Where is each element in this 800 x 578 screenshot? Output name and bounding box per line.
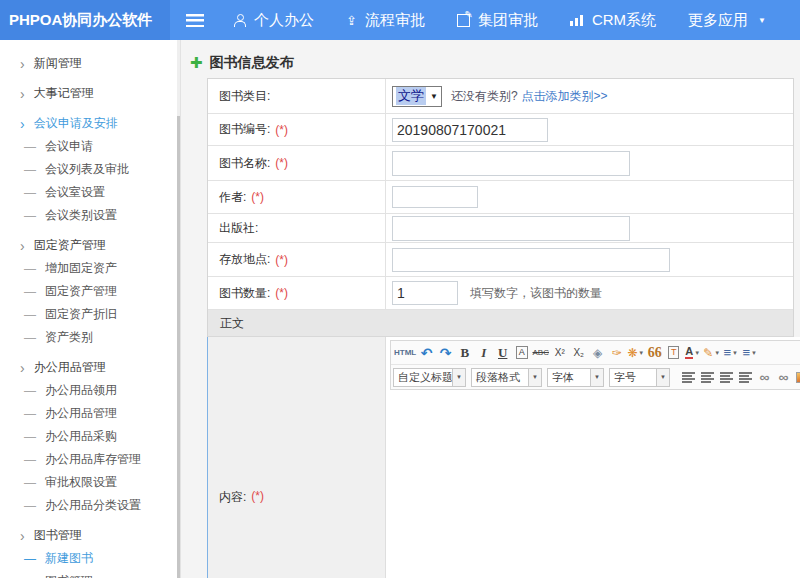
sidebar-item[interactable]: › — 新闻管理	[0, 52, 180, 75]
strikethrough-icon[interactable]: ABC ▼	[532, 344, 549, 362]
field-label: 出版社:	[208, 214, 386, 242]
toolbar-select-label: 段落格式	[472, 370, 528, 385]
sidebar-item[interactable]: › — 办公用品采购	[0, 425, 180, 448]
sidebar-item[interactable]: › — 新建图书	[0, 547, 180, 570]
field-value	[386, 243, 793, 276]
toolbar-icon-glyph: I	[481, 345, 486, 361]
align-right-icon[interactable]: ▼	[718, 368, 735, 386]
book-code-input[interactable]	[392, 118, 548, 142]
hamburger-menu-icon[interactable]	[186, 14, 204, 27]
superscript-icon[interactable]: X² ▼	[551, 344, 568, 362]
sidebar-item[interactable]: › — 会议类别设置	[0, 204, 180, 227]
page-header: ✚ 图书信息发布	[190, 54, 294, 72]
sidebar-item[interactable]: › — 会议列表及审批	[0, 158, 180, 181]
font-border-icon[interactable]: A ▼	[513, 344, 530, 362]
sidebar-item[interactable]: › — 固定资产管理	[0, 280, 180, 303]
highlight-color-icon[interactable]: ✎ ▼	[703, 344, 720, 362]
sidebar-item-label: 办公用品库存管理	[45, 451, 141, 468]
sidebar-item[interactable]: › — 办公用品库存管理	[0, 448, 180, 471]
toolbar-icon-glyph: ABC	[532, 348, 548, 357]
dash-icon: —	[24, 384, 36, 398]
sidebar-item[interactable]: › — 审批权限设置	[0, 471, 180, 494]
unordered-list-icon[interactable]: ≡ ▼	[741, 344, 758, 362]
field-value	[386, 146, 793, 180]
editor-content-area[interactable]	[390, 390, 800, 578]
select-caret-icon: ▼	[430, 92, 438, 101]
font-family-select[interactable]: 字体 ▼	[547, 368, 604, 387]
ordered-list-icon[interactable]: ≡ ▼	[722, 344, 739, 362]
eraser-icon[interactable]: ◈ ▼	[589, 344, 606, 362]
font-size-select[interactable]: 字号 ▼	[609, 368, 670, 387]
top-nav: 个人办公 ⇪ 流程审批 ✎ 集团审批 CRM系统 更多应用 ▼	[234, 11, 766, 30]
font-color-icon[interactable]: A ▼	[684, 344, 701, 362]
sidebar-scrollbar-thumb[interactable]	[177, 116, 180, 578]
unlink-icon[interactable]: ∞ ▼	[775, 368, 792, 386]
rich-text-editor: HTML ▼ ↶ ▼ ↷ ▼ B ▼	[386, 337, 800, 578]
author-input[interactable]	[392, 186, 478, 208]
add-category-link[interactable]: 点击添加类别>>	[522, 88, 608, 105]
location-input[interactable]	[392, 248, 670, 272]
subscript-icon[interactable]: X₂ ▼	[570, 344, 587, 362]
sidebar-item[interactable]: › — 固定资产管理	[0, 234, 180, 257]
field-label-text: 内容:	[219, 489, 246, 578]
image-icon[interactable]: ▼	[794, 368, 800, 386]
dash-icon: —	[24, 499, 36, 513]
sidebar-item[interactable]: › — 办公用品分类设置	[0, 494, 180, 517]
html-source-icon[interactable]: HTML ▼	[394, 344, 416, 362]
italic-icon[interactable]: I ▼	[475, 344, 492, 362]
chevron-right-icon: ›	[20, 360, 25, 376]
sidebar-item-label: 会议申请	[45, 138, 93, 155]
dash-icon: —	[24, 285, 36, 299]
align-center-icon[interactable]: ▼	[699, 368, 716, 386]
format-clear-icon[interactable]: ✑ ▼	[608, 344, 625, 362]
sidebar-item[interactable]: › — 固定资产折旧	[0, 303, 180, 326]
book-name-input[interactable]	[392, 151, 630, 176]
sidebar-item[interactable]: › — 图书管理	[0, 524, 180, 547]
sidebar-item[interactable]: › — 会议室设置	[0, 181, 180, 204]
sidebar-item[interactable]: › — 办公用品管理	[0, 356, 180, 379]
chevron-right-icon: ›	[20, 86, 25, 102]
paragraph-format-select[interactable]: 段落格式 ▼	[471, 368, 542, 387]
toolbar-icon-glyph: ✑	[612, 346, 622, 360]
blockquote-icon[interactable]: 66 ▼	[646, 344, 663, 362]
publisher-input[interactable]	[392, 216, 630, 241]
category-select[interactable]: 文学 ▼	[392, 86, 442, 107]
app-title: PHPOA协同办公软件	[9, 11, 152, 30]
align-justify-icon[interactable]: ▼	[737, 368, 754, 386]
content-label-cell: 内容: (*)	[208, 337, 386, 578]
book-form: 图书类目: 文学 ▼ 还没有类别? 点击添加类别>> 图书编号: (*)	[207, 78, 794, 578]
link-icon[interactable]: ∞ ▼	[756, 368, 773, 386]
undo-icon[interactable]: ↶ ▼	[418, 344, 435, 362]
custom-title-select[interactable]: 自定义标题 ▼	[393, 368, 466, 387]
sidebar-item[interactable]: › — 会议申请	[0, 135, 180, 158]
redo-icon[interactable]: ↷ ▼	[437, 344, 454, 362]
sidebar-item[interactable]: › — 办公用品管理	[0, 402, 180, 425]
sidebar-item[interactable]: › — 办公用品领用	[0, 379, 180, 402]
nav-item-group-approval[interactable]: ✎ 集团审批	[457, 11, 538, 30]
nav-item-crm-system[interactable]: CRM系统	[570, 11, 656, 30]
form-row-content: 内容: (*) HTML ▼ ↶ ▼ ↷	[207, 337, 793, 578]
align-left-icon[interactable]: ▼	[680, 368, 697, 386]
nav-label: 流程审批	[365, 11, 425, 30]
caret-down-icon: ▼	[758, 16, 766, 25]
nav-item-personal-office[interactable]: 个人办公	[234, 11, 314, 30]
dash-icon: —	[24, 552, 36, 566]
sidebar-item[interactable]: › — 会议申请及安排	[0, 112, 180, 135]
toolbar-select-label: 自定义标题	[394, 370, 452, 385]
bold-icon[interactable]: B ▼	[456, 344, 473, 362]
sidebar-item-label: 固定资产管理	[45, 283, 117, 300]
sidebar-item[interactable]: › — 增加固定资产	[0, 257, 180, 280]
nav-item-more-apps[interactable]: 更多应用 ▼	[688, 11, 766, 30]
underline-icon[interactable]: U ▼	[494, 344, 511, 362]
sidebar-item[interactable]: › — 图书管理	[0, 570, 180, 578]
sidebar-item[interactable]: › — 大事记管理	[0, 82, 180, 105]
sidebar-item[interactable]: › — 资产类别	[0, 326, 180, 349]
sidebar-item-label: 办公用品分类设置	[45, 497, 141, 514]
quantity-input[interactable]	[392, 281, 458, 305]
format-painter-icon[interactable]: ❋ ▼	[627, 344, 644, 362]
field-value: 文学 ▼ 还没有类别? 点击添加类别>>	[386, 79, 793, 113]
toolbar-icon-glyph: X²	[555, 347, 565, 358]
field-label-text: 图书名称:	[219, 155, 270, 172]
nav-item-process-approval[interactable]: ⇪ 流程审批	[346, 11, 425, 30]
paste-text-icon[interactable]: T ▼	[665, 344, 682, 362]
